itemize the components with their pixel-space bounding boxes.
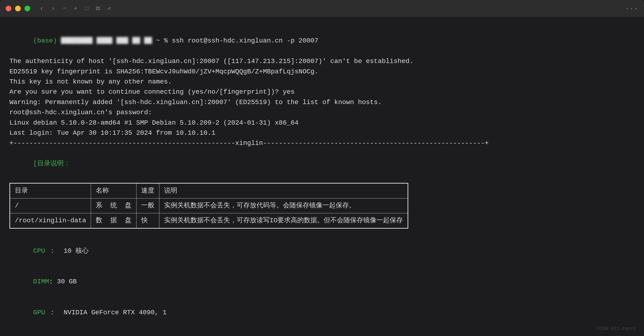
split-button[interactable]: ⧉ bbox=[96, 6, 100, 12]
traffic-lights bbox=[6, 6, 30, 11]
titlebar: ‹ › − + □ ⧉ ✐ ··· bbox=[0, 0, 644, 17]
cpu-line: CPU ： 10 核心 bbox=[10, 236, 634, 266]
col-header-desc: 说明 bbox=[159, 183, 408, 198]
dimm-value: : 30 GB bbox=[49, 278, 77, 285]
dir-data: /root/xinglin-data bbox=[10, 213, 91, 228]
close-button[interactable] bbox=[6, 6, 11, 11]
ssh-command-line: (base) ████████ ████ ███ ██ ██ ~ % ssh r… bbox=[10, 26, 634, 56]
cpu-label: CPU bbox=[33, 247, 45, 255]
auth-line-3: This key is not known by any other names… bbox=[10, 77, 634, 87]
directory-label: [目录说明： bbox=[33, 160, 70, 167]
footer-note: ©SSH 971.Fannt bbox=[597, 325, 636, 332]
last-login: Last login: Tue Apr 30 10:17:35 2024 fro… bbox=[10, 128, 634, 138]
more-options-button[interactable]: ··· bbox=[625, 4, 638, 13]
dir-data-name: 数 据 盘 bbox=[91, 213, 136, 228]
dir-root-name: 系 统 盘 bbox=[91, 198, 136, 213]
gpu-line: GPU ： NVIDIA GeForce RTX 4090, 1 bbox=[10, 297, 634, 328]
cursor-button[interactable]: ✐ bbox=[108, 5, 111, 12]
col-header-dir: 目录 bbox=[10, 183, 91, 198]
auth-line-4: Are you sure you want to continue connec… bbox=[10, 87, 634, 97]
nav-forward-button[interactable]: › bbox=[51, 5, 55, 12]
fullscreen-button[interactable]: □ bbox=[85, 6, 88, 12]
gpu-label: GPU bbox=[33, 309, 45, 316]
titlebar-controls: ‹ › − + □ ⧉ ✐ bbox=[40, 5, 111, 12]
maximize-button[interactable] bbox=[24, 6, 30, 11]
minimize-button[interactable] bbox=[15, 6, 21, 11]
base-prompt: (base) bbox=[33, 37, 61, 44]
linux-info: Linux debian 5.10.0-28-amd64 #1 SMP Debi… bbox=[10, 118, 634, 128]
dir-root: / bbox=[10, 198, 91, 213]
dimm-label: DIMM bbox=[33, 278, 49, 285]
auth-line-5: Warning: Permanently added '[ssh-hdc.xin… bbox=[10, 97, 634, 107]
password-prompt: root@ssh-hdc.xingluan.cn's password: bbox=[10, 107, 634, 118]
gpu-value: ： NVIDIA GeForce RTX 4090, 1 bbox=[45, 309, 166, 316]
auth-line-2: ED25519 key fingerprint is SHA256:TBEWcv… bbox=[10, 67, 634, 77]
storage-label-line: 存储： bbox=[10, 328, 634, 336]
zoom-out-button[interactable]: − bbox=[63, 5, 66, 12]
col-header-speed: 速度 bbox=[136, 183, 159, 198]
dimm-line: DIMM: 30 GB bbox=[10, 266, 634, 297]
ssh-command: ~ % ssh root@ssh-hdc.xingluan.cn -p 2000… bbox=[152, 37, 318, 44]
dir-data-desc: 实例关机数据不会丢失，可存放读写IO要求高的数据。但不会随保存镜像一起保存 bbox=[159, 213, 408, 228]
dir-root-desc: 实例关机数据不会丢失，可存放代码等。会随保存镜像一起保存。 bbox=[159, 198, 408, 213]
auth-line-1: The authenticity of host '[ssh-hdc.xingl… bbox=[10, 56, 634, 66]
table-row: /root/xinglin-data 数 据 盘 快 实例关机数据不会丢失，可存… bbox=[10, 213, 408, 228]
directory-label-line: [目录说明： bbox=[10, 148, 634, 179]
col-header-name: 名称 bbox=[91, 183, 136, 198]
redacted-hostname: ████████ ████ ███ ██ ██ bbox=[61, 36, 152, 46]
dir-root-speed: 一般 bbox=[136, 198, 159, 213]
directory-table: 目录 名称 速度 说明 / 系 统 盘 一般 实例关机数据不会丢失，可存放代码等… bbox=[10, 183, 408, 229]
terminal-window: ‹ › − + □ ⧉ ✐ ··· (base) ████████ ████ █… bbox=[0, 0, 644, 336]
dir-data-speed: 快 bbox=[136, 213, 159, 228]
terminal-content: (base) ████████ ████ ███ ██ ██ ~ % ssh r… bbox=[0, 17, 644, 336]
nav-back-button[interactable]: ‹ bbox=[40, 5, 44, 12]
divider-top: +---------------------------------------… bbox=[10, 138, 634, 148]
cpu-value: ： 10 核心 bbox=[45, 247, 89, 255]
table-row: / 系 统 盘 一般 实例关机数据不会丢失，可存放代码等。会随保存镜像一起保存。 bbox=[10, 198, 408, 213]
zoom-in-button[interactable]: + bbox=[74, 5, 78, 12]
